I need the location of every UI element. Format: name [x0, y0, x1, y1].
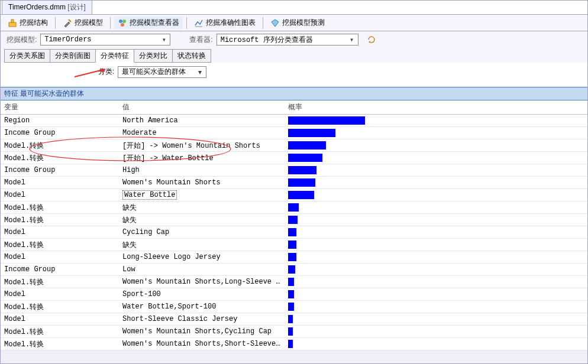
cell-probability — [285, 191, 587, 199]
section-title: 特征 最可能买水壶的群体 — [4, 89, 84, 98]
table-row[interactable]: Model.转换缺失 — [1, 214, 587, 226]
table-row[interactable]: ModelLong-Sleeve Logo Jersey — [1, 251, 587, 264]
cell-probability — [285, 154, 587, 162]
table-row[interactable]: Model.转换Water Bottle,Sport-100 — [1, 301, 587, 313]
cell-value: 缺失 — [119, 215, 285, 225]
table-row[interactable]: ModelShort-Sleeve Classic Jersey — [1, 313, 587, 326]
cell-probability — [285, 141, 587, 150]
table-row[interactable]: Model.转换[开始] -> Water Bottle — [1, 152, 587, 164]
cell-value: Sport-100 — [119, 290, 285, 298]
label: 挖掘模型预测 — [282, 18, 325, 28]
cell-variable: Model — [1, 253, 119, 261]
probability-bar — [288, 290, 294, 298]
cell-probability — [285, 315, 587, 323]
doc-tab-strip: TimerOrders.dmm [设计] — [1, 1, 587, 15]
doc-tab[interactable]: TimerOrders.dmm [设计] — [2, 0, 92, 14]
probability-bar — [288, 315, 293, 323]
probability-bar — [288, 253, 296, 261]
viewer-combo[interactable]: Microsoft 序列分类查看器 ▾ — [217, 34, 358, 46]
svg-marker-6 — [272, 20, 279, 27]
cell-value: Women's Mountain Shorts,Short-Sleeve C..… — [119, 340, 285, 348]
tab-cluster-diagram[interactable]: 分类关系图 — [4, 49, 50, 63]
tab-cluster-characteristics[interactable]: 分类特征 — [95, 49, 134, 63]
table-row[interactable]: Model.转换[开始] -> Women's Mountain Shorts — [1, 139, 587, 152]
cell-probability — [285, 290, 587, 298]
cell-value: High — [119, 166, 285, 174]
probability-bar — [288, 327, 293, 336]
table-row[interactable]: ModelWomen's Mountain Shorts — [1, 177, 587, 189]
probability-bar — [288, 191, 314, 199]
table-row[interactable]: Income GroupModerate — [1, 127, 587, 139]
probability-bar — [288, 154, 322, 162]
cell-variable: Model — [1, 178, 119, 187]
mining-model-combo[interactable]: TimerOrders ▾ — [40, 34, 170, 46]
table-row[interactable]: ModelSport-100 — [1, 288, 587, 301]
probability-bar — [288, 216, 298, 224]
cell-probability — [285, 129, 587, 137]
cell-variable: Model — [1, 315, 119, 323]
col-value[interactable]: 值 — [119, 100, 285, 114]
divider — [110, 17, 111, 29]
tab-cluster-profiles[interactable]: 分类剖面图 — [50, 49, 96, 63]
cell-probability — [285, 303, 587, 311]
table-row[interactable]: ModelCycling Cap — [1, 226, 587, 239]
table-row[interactable]: ModelWater Bottle — [1, 189, 587, 202]
cell-probability — [285, 203, 587, 212]
cell-variable: Income Group — [1, 166, 119, 174]
mining-toolbar: 挖掘结构 挖掘模型 挖掘模型查看器 挖掘准确性图表 挖掘模型预测 — [1, 15, 587, 31]
cell-value: [开始] -> Water Bottle — [119, 153, 285, 163]
cell-value: Women's Mountain Shorts,Cycling Cap — [119, 327, 285, 336]
cell-variable: Model.转换 — [1, 327, 119, 337]
cell-variable: Model.转换 — [1, 302, 119, 312]
svg-point-4 — [121, 23, 124, 27]
pickaxe-icon — [63, 18, 72, 28]
mining-model-button[interactable]: 挖掘模型 — [59, 17, 106, 29]
divider — [263, 17, 263, 29]
structure-icon — [8, 18, 17, 28]
col-variable[interactable]: 变量 — [1, 100, 119, 114]
table-row[interactable]: Income GroupHigh — [1, 164, 587, 177]
probability-bar — [288, 278, 294, 286]
mining-viewer-button[interactable]: 挖掘模型查看器 — [114, 17, 183, 29]
table-row[interactable]: RegionNorth America — [1, 115, 587, 127]
table-row[interactable]: Model.转换缺失 — [1, 202, 587, 214]
cell-probability — [285, 216, 587, 224]
table-row[interactable]: Model.转换缺失 — [1, 239, 587, 251]
cluster-combo[interactable]: 最可能买水壶的群体 ▾ — [118, 66, 206, 78]
tab-cluster-discrimination[interactable]: 分类对比 — [134, 49, 173, 63]
mining-accuracy-button[interactable]: 挖掘准确性图表 — [190, 17, 259, 29]
table-row[interactable]: Model.转换Women's Mountain Shorts,Cycling … — [1, 326, 587, 338]
chevron-down-icon: ▾ — [195, 68, 205, 76]
svg-rect-0 — [9, 22, 16, 27]
probability-bar — [288, 129, 335, 137]
cell-value: Water Bottle — [119, 190, 285, 200]
cell-variable: Income Group — [1, 129, 119, 137]
cell-value: 缺失 — [119, 240, 285, 250]
cell-value: [开始] -> Women's Mountain Shorts — [119, 141, 285, 151]
probability-bar — [288, 228, 296, 236]
cell-value: Short-Sleeve Classic Jersey — [119, 315, 285, 323]
table-row[interactable]: Income GroupLow — [1, 264, 587, 276]
model-value: TimerOrders — [44, 35, 91, 44]
mining-structure-button[interactable]: 挖掘结构 — [4, 17, 51, 29]
probability-bar — [288, 303, 294, 311]
cell-variable: Model — [1, 191, 119, 199]
probability-bar — [288, 116, 365, 125]
refresh-icon[interactable] — [367, 35, 376, 44]
cell-value: Water Bottle,Sport-100 — [119, 303, 285, 311]
table-row[interactable]: Model.转换Women's Mountain Shorts,Long-Sle… — [1, 276, 587, 288]
svg-point-2 — [119, 20, 122, 23]
table-row[interactable]: Model.转换Women's Mountain Shorts,Short-Sl… — [1, 338, 587, 350]
cell-probability — [285, 265, 587, 274]
grid-header: 变量 值 概率 — [1, 100, 587, 115]
chart-icon — [194, 18, 203, 28]
filter-label: 分类: — [98, 67, 114, 77]
mining-predict-button[interactable]: 挖掘模型预测 — [267, 17, 328, 29]
col-probability[interactable]: 概率 — [285, 100, 587, 114]
cell-value: Women's Mountain Shorts — [119, 178, 285, 187]
cell-variable: Model — [1, 290, 119, 298]
viewer-icon — [118, 18, 127, 28]
tab-state-transitions[interactable]: 状态转换 — [172, 49, 211, 63]
section-header: 特征 最可能买水壶的群体 — [1, 87, 587, 100]
probability-bar — [288, 203, 299, 212]
